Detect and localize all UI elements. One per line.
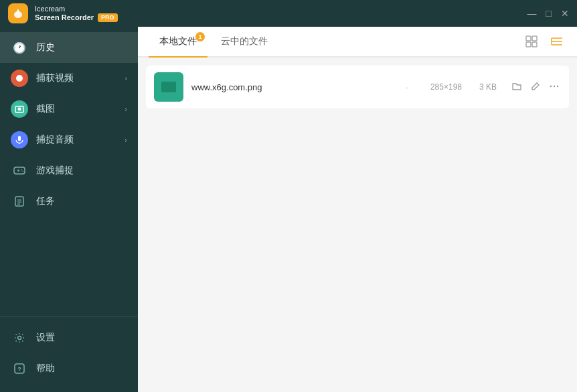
table-row: www.x6g.com.png - 285×198 3 KB (146, 66, 569, 108)
help-icon: ? (11, 360, 28, 377)
capture-video-icon (11, 70, 28, 87)
svg-point-2 (16, 75, 23, 82)
sidebar-label-screenshot: 截图 (36, 103, 55, 115)
svg-rect-19 (526, 36, 531, 41)
svg-point-10 (21, 169, 22, 171)
folder-icon (511, 81, 522, 92)
sidebar-item-history[interactable]: 🕐 历史 (0, 32, 138, 63)
sidebar-item-capture-video[interactable]: 捕获视频 › (0, 63, 138, 94)
svg-marker-1 (16, 9, 20, 13)
sidebar-label-audio: 捕捉音频 (36, 134, 74, 146)
file-size: 3 KB (470, 82, 497, 92)
svg-rect-5 (18, 136, 21, 141)
sidebar-item-task[interactable]: 任务 (0, 186, 138, 217)
sidebar-bottom: 设置 ? 帮助 (0, 316, 138, 392)
sidebar-label-capture-video: 捕获视频 (36, 72, 74, 84)
sidebar: 🕐 历史 捕获视频 › (0, 27, 138, 392)
title-bar-left: Icecream Screen Recorder PRO (8, 3, 118, 23)
app-name-line2-text: Screen Recorder (35, 13, 94, 22)
app-name-line2: Screen Recorder PRO (35, 13, 118, 22)
svg-point-16 (18, 336, 21, 340)
svg-point-11 (22, 171, 23, 172)
main-layout: 🕐 历史 捕获视频 › (0, 27, 577, 392)
screenshot-chevron: › (125, 105, 127, 113)
more-options-button[interactable] (548, 80, 561, 95)
grid-view-button[interactable] (522, 32, 541, 51)
tab-local-badge: 1 (195, 32, 205, 41)
sidebar-item-help[interactable]: ? 帮助 (0, 353, 138, 384)
title-bar: Icecream Screen Recorder PRO — □ ✕ (0, 0, 577, 27)
tabs: 本地文件 1 云中的文件 (149, 27, 278, 56)
task-icon (11, 193, 28, 210)
tab-local-files[interactable]: 本地文件 1 (149, 27, 208, 56)
file-thumbnail (154, 72, 183, 102)
file-actions (510, 80, 561, 95)
sidebar-label-help: 帮助 (36, 363, 55, 375)
sidebar-label-settings: 设置 (36, 332, 55, 344)
list-view-icon (550, 35, 564, 48)
audio-chevron: › (125, 136, 127, 144)
audio-icon (11, 131, 28, 149)
app-name-line1: Icecream (35, 5, 118, 13)
file-name: www.x6g.com.png (191, 82, 392, 92)
grid-view-icon (525, 35, 538, 48)
maximize-button[interactable]: □ (546, 9, 552, 18)
close-button[interactable]: ✕ (561, 9, 569, 18)
title-bar-controls: — □ ✕ (527, 9, 569, 18)
sidebar-label-game: 游戏捕捉 (36, 165, 74, 177)
edit-icon (530, 81, 541, 92)
file-list: www.x6g.com.png - 285×198 3 KB (138, 58, 577, 392)
sidebar-item-settings[interactable]: 设置 (0, 322, 138, 353)
svg-point-29 (557, 85, 558, 86)
pro-badge: PRO (98, 13, 118, 22)
svg-rect-20 (532, 36, 537, 41)
sidebar-item-game[interactable]: 游戏捕捉 (0, 155, 138, 186)
capture-video-chevron: › (125, 74, 127, 82)
content-area: 本地文件 1 云中的文件 (138, 27, 577, 392)
settings-icon (11, 329, 28, 347)
file-separator: - (406, 82, 408, 92)
sidebar-main: 🕐 历史 捕获视频 › (0, 27, 138, 316)
tab-bar: 本地文件 1 云中的文件 (138, 27, 577, 58)
tab-local-label: 本地文件 (159, 35, 197, 47)
file-thumbnail-inner (161, 82, 176, 92)
app-title: Icecream Screen Recorder PRO (35, 5, 118, 22)
file-dimensions: 285×198 (422, 82, 462, 92)
svg-rect-12 (15, 197, 23, 206)
app-logo (8, 3, 28, 23)
open-folder-button[interactable] (510, 80, 523, 95)
svg-text:?: ? (17, 366, 21, 373)
svg-point-28 (554, 85, 555, 86)
svg-rect-21 (526, 42, 531, 47)
tab-cloud-files[interactable]: 云中的文件 (210, 27, 278, 56)
sidebar-label-history: 历史 (36, 41, 55, 54)
history-icon: 🕐 (11, 39, 28, 56)
more-icon (549, 81, 560, 92)
svg-rect-22 (532, 42, 537, 47)
sidebar-label-task: 任务 (36, 195, 55, 207)
game-icon (11, 162, 28, 179)
edit-button[interactable] (529, 80, 542, 95)
list-view-button[interactable] (548, 32, 566, 51)
screenshot-icon (11, 100, 28, 118)
svg-point-27 (550, 85, 552, 86)
sidebar-item-audio[interactable]: 捕捉音频 › (0, 124, 138, 155)
tab-actions (522, 32, 566, 51)
svg-point-4 (18, 108, 21, 111)
sidebar-item-screenshot[interactable]: 截图 › (0, 94, 138, 124)
minimize-button[interactable]: — (527, 9, 537, 18)
tab-cloud-label: 云中的文件 (221, 35, 268, 47)
